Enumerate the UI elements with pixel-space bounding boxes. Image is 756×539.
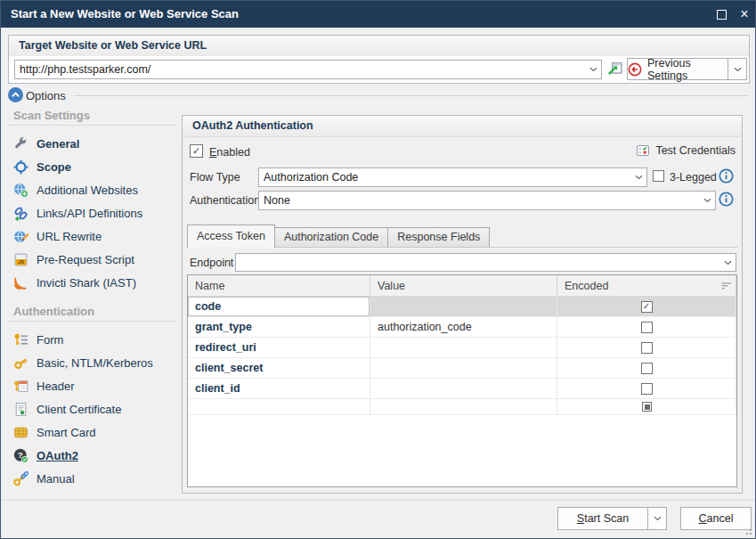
options-divider (74, 95, 748, 96)
encoded-checkbox[interactable] (641, 301, 653, 313)
endpoint-label: Endpoint (190, 257, 233, 269)
wrench-icon (13, 136, 28, 151)
three-legged-label: 3-Legged (670, 171, 717, 184)
flow-type-info-icon[interactable] (719, 168, 734, 184)
table-row-client-secret[interactable]: client_secret (188, 358, 736, 379)
chevron-down-icon[interactable] (703, 198, 711, 203)
param-name[interactable]: code (195, 300, 221, 313)
sidebar-item-pre-request-script[interactable]: JS Pre-Request Script (8, 248, 175, 271)
sidebar-section-scan-settings: Scan Settings (13, 109, 90, 122)
endpoint-input[interactable] (240, 254, 718, 271)
param-name[interactable]: redirect_uri (195, 341, 256, 354)
close-button[interactable]: × (732, 1, 756, 28)
sidebar-item-smart-card[interactable]: Smart Card (8, 421, 175, 444)
title-bar: Start a New Website or Web Service Scan … (1, 1, 755, 28)
open-in-browser-button[interactable] (606, 61, 624, 78)
maximize-icon (717, 10, 727, 20)
resize-grip[interactable] (745, 528, 752, 535)
sidebar-item-links-api-definitions[interactable]: Links/API Definitions (8, 201, 175, 225)
key-chain-icon (13, 471, 28, 486)
target-url-input[interactable] (20, 61, 583, 78)
target-url-combo[interactable] (14, 60, 602, 79)
svg-text:JS: JS (18, 259, 24, 265)
script-icon: JS (13, 252, 28, 267)
sidebar-section-authentication: Authentication (13, 305, 94, 318)
sidebar-item-scope[interactable]: Scope (8, 155, 175, 178)
start-scan-dropdown[interactable] (647, 507, 667, 530)
oauth2-panel: OAuth2 Authentication Enabled Test Crede… (182, 115, 743, 494)
authentication-info-icon[interactable] (719, 192, 734, 207)
oauth2-panel-header: OAuth2 Authentication (183, 116, 742, 137)
chevron-down-icon[interactable] (724, 260, 732, 265)
encoded-checkbox[interactable] (641, 363, 653, 374)
sidebar-item-client-certificate[interactable]: Client Certificate (8, 397, 175, 421)
chain-links-icon (13, 206, 28, 221)
param-value[interactable]: authorization_code (378, 321, 472, 333)
authentication-value (264, 192, 697, 209)
table-row-grant-type[interactable]: grant_type authorization_code (188, 317, 736, 338)
chevron-down-icon (654, 516, 662, 521)
target-url-group-header: Target Website or Web Service URL (9, 36, 749, 57)
tab-response-fields[interactable]: Response Fields (387, 227, 490, 248)
smart-card-icon (13, 425, 28, 440)
previous-settings-label: Previous Settings (647, 57, 728, 82)
endpoint-combo[interactable] (235, 253, 736, 272)
sidebar-item-basic-ntlm-kerberos[interactable]: Basic, NTLM/Kerberos (8, 351, 175, 374)
sidebar-divider (8, 321, 175, 322)
previous-settings-button[interactable]: Previous Settings (627, 58, 728, 80)
sidebar-item-invicti-shark[interactable]: Invicti Shark (IAST) (8, 271, 175, 294)
sidebar-item-manual[interactable]: Manual (8, 467, 175, 490)
authentication-label: Authentication: (190, 194, 264, 207)
encoded-checkbox[interactable] (641, 322, 653, 333)
sidebar-item-form[interactable]: Form (8, 328, 175, 351)
scope-target-icon (13, 159, 28, 175)
globe-plus-icon (13, 183, 28, 198)
encoded-checkbox[interactable] (641, 383, 653, 395)
sidebar-item-additional-websites[interactable]: Additional Websites (8, 178, 175, 201)
new-scan-dialog: Start a New Website or Web Service Scan … (0, 0, 756, 539)
sidebar-item-oauth2[interactable]: ? OAuth2 (8, 444, 175, 467)
tab-access-token[interactable]: Access Token (187, 225, 275, 248)
three-legged-checkbox[interactable] (653, 170, 664, 182)
key-page-icon (13, 379, 28, 394)
chevron-down-icon[interactable] (635, 175, 643, 180)
encoded-checkbox[interactable] (642, 402, 652, 412)
flow-type-value (264, 168, 629, 186)
table-header-row: Name Value Encoded (188, 275, 736, 297)
column-header-encoded[interactable]: Encoded (557, 275, 736, 296)
enabled-label: Enabled (209, 146, 250, 159)
column-header-name[interactable]: Name (188, 275, 370, 296)
sidebar-item-url-rewrite[interactable]: URL Rewrite (8, 225, 175, 248)
chevron-down-icon[interactable] (589, 67, 597, 72)
sidebar-item-general[interactable]: General (8, 132, 175, 155)
table-row-redirect-uri[interactable]: redirect_uri (188, 338, 736, 358)
collapse-chevron-icon (8, 87, 23, 102)
target-url-group: Target Website or Web Service URL (8, 35, 750, 84)
column-header-value[interactable]: Value (370, 275, 557, 296)
test-credentials-icon (636, 143, 650, 158)
target-url-body: Previous Settings (9, 56, 749, 83)
param-name[interactable]: client_id (195, 382, 240, 395)
cancel-button[interactable]: Cancel (680, 507, 752, 530)
tab-authorization-code[interactable]: Authorization Code (274, 227, 388, 248)
table-row-code[interactable]: code (188, 297, 736, 317)
enabled-checkbox[interactable] (190, 144, 203, 158)
options-collapse-button[interactable] (8, 87, 23, 102)
chevron-down-icon (734, 67, 742, 72)
sort-filter-icon[interactable] (721, 282, 732, 290)
param-name[interactable]: grant_type (195, 321, 252, 333)
test-credentials-button[interactable]: Test Credentials (636, 143, 736, 158)
param-name[interactable]: client_secret (195, 362, 263, 374)
cancel-label: Cancel (699, 512, 734, 525)
sidebar-item-header[interactable]: Header (8, 374, 175, 397)
table-row-client-id[interactable]: client_id (188, 379, 736, 399)
previous-settings-dropdown[interactable] (728, 58, 747, 80)
flow-type-select[interactable] (258, 167, 647, 187)
encoded-checkbox[interactable] (641, 342, 653, 354)
close-icon: × (740, 7, 748, 21)
table-row-new[interactable] (188, 399, 736, 415)
start-scan-button[interactable]: Start Scan (557, 507, 648, 530)
authentication-select[interactable] (258, 191, 716, 210)
maximize-button[interactable] (709, 1, 734, 28)
shark-waves-icon (13, 275, 28, 290)
